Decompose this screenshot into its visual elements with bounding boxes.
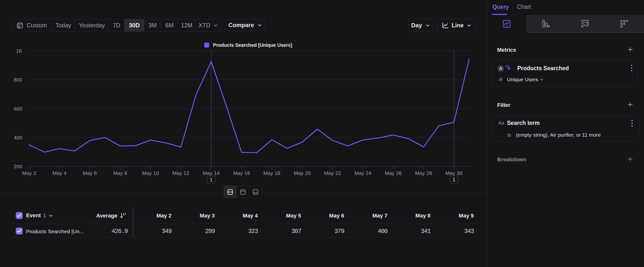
svg-text:May 6: May 6 <box>83 170 97 176</box>
svg-text:May 28: May 28 <box>415 170 432 176</box>
svg-text:May 2: May 2 <box>22 170 36 176</box>
svg-text:May 14: May 14 <box>203 170 220 176</box>
svg-text:1: 1 <box>210 177 213 182</box>
svg-text:1K: 1K <box>16 48 22 54</box>
svg-text:May 8: May 8 <box>113 170 127 176</box>
svg-text:May 20: May 20 <box>294 170 311 176</box>
svg-text:1: 1 <box>452 177 455 182</box>
svg-text:Products Searched [Unique User: Products Searched [Unique Users] <box>213 42 292 48</box>
svg-text:May 30: May 30 <box>446 170 462 176</box>
svg-text:May 4: May 4 <box>52 170 67 176</box>
svg-text:400: 400 <box>14 135 22 140</box>
svg-text:May 16: May 16 <box>233 170 250 176</box>
svg-text:800: 800 <box>14 77 22 83</box>
svg-text:May 26: May 26 <box>385 170 402 176</box>
svg-text:200: 200 <box>14 164 22 169</box>
svg-text:May 10: May 10 <box>142 170 159 176</box>
svg-text:May 22: May 22 <box>324 170 341 176</box>
svg-text:May 24: May 24 <box>354 170 372 176</box>
svg-text:600: 600 <box>14 106 22 112</box>
svg-text:May 18: May 18 <box>264 170 280 176</box>
svg-text:May 12: May 12 <box>172 170 190 176</box>
